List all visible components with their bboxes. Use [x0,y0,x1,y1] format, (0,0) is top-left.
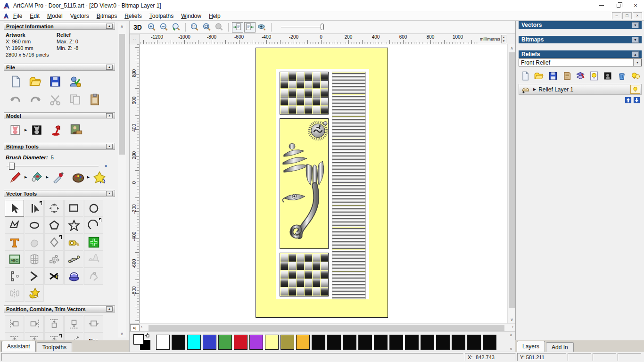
palette-swatch[interactable] [187,335,201,350]
set-model-size-button[interactable] [8,123,23,137]
set-model-size-flyout-icon[interactable]: ▶ [25,128,27,132]
slider-handle[interactable] [9,163,15,170]
tab-toolpaths[interactable]: Toolpaths [37,342,72,352]
pan-mode-button[interactable]: ▸| [130,324,140,331]
palette-swatch[interactable] [358,335,372,350]
create-text-button[interactable] [5,234,24,251]
expand-icon[interactable]: ▼ [632,37,639,43]
create-arc-button[interactable] [84,217,103,234]
palette-swatch[interactable] [172,335,185,350]
section-header-model[interactable]: Model ▲ [4,112,115,119]
select-vectors-button[interactable] [5,200,24,217]
scroll-up-icon[interactable]: ∧ [508,333,514,337]
palette-swatch[interactable] [389,335,403,350]
units-dropdown-icon[interactable]: ▲▼ [501,35,506,43]
nesting-button[interactable]: Nes [84,332,103,340]
palette-swatch[interactable] [249,335,263,350]
section-header-project-information[interactable]: Project Information ▲ [4,23,115,30]
zoom-1-1-button[interactable]: 1:1 [189,22,200,33]
create-rectangle-button[interactable] [64,200,83,217]
collapse-icon[interactable]: ▲ [106,113,113,118]
align-centre-button[interactable] [84,315,103,332]
spin-relief-button[interactable] [64,268,83,285]
section-header-vectors[interactable]: Vectors ▼ [519,21,642,29]
section-header-bitmaps[interactable]: Bitmaps ▼ [519,36,642,43]
minimize-button[interactable] [593,0,610,11]
palette-swatch[interactable] [312,335,325,350]
fit-arcs-button[interactable] [5,268,24,285]
palette-swatch[interactable] [405,335,419,350]
restore-button[interactable] [610,0,627,11]
palette-swatch[interactable] [218,335,232,350]
tab-add-in[interactable]: Add In [546,342,574,352]
scrollbar-thumb[interactable] [149,325,504,331]
palette-swatch[interactable] [467,335,481,350]
free-relief-button[interactable] [84,251,103,268]
block-paste-button[interactable] [44,251,64,268]
scroll-up-icon[interactable]: ∧ [118,23,126,30]
vector-doctor-button[interactable] [25,285,44,302]
canvas-horizontal-scrollbar[interactable]: ▸| ‹ › [130,323,515,331]
palette-swatch[interactable] [421,335,434,350]
scroll-down-icon[interactable]: ∨ [118,330,126,337]
brush-diameter-slider[interactable]: ◆ [7,166,99,166]
transfer-relief-layer-button[interactable] [575,71,586,81]
redo-button[interactable] [28,92,42,107]
expander-icon[interactable]: ▶ [533,87,536,91]
palette-scrollbar[interactable]: ∧∨ [508,333,514,351]
colour-palette-flyout-icon[interactable]: ▶ [87,175,90,179]
palette-swatch[interactable] [343,335,356,350]
section-header-position-combine-trim[interactable]: Position, Combine, Trim Vectors ▲ [4,305,115,313]
canvas-2d-view[interactable] [140,44,507,323]
open-model-button[interactable] [28,74,42,89]
fit-curve-to-points-button[interactable] [64,251,83,268]
units-combo[interactable]: millimetres ▲▼ [479,34,507,44]
primary-colour-swatch[interactable] [133,334,144,345]
palette-swatch[interactable] [374,335,388,350]
flood-fill-flyout-icon[interactable]: ▶ [46,175,48,179]
wrap-text-button[interactable] [25,234,44,251]
collapse-icon[interactable]: ▲ [106,306,113,312]
zoom-fit-button[interactable] [201,22,213,33]
scroll-up-icon[interactable]: ∧ [508,44,516,52]
palette-swatch[interactable] [156,335,170,350]
move-layer-up-button[interactable] [625,97,632,104]
close-button[interactable]: × [627,0,644,11]
expand-icon[interactable]: ▼ [632,22,639,28]
palette-swatch[interactable] [234,335,248,350]
transform-vectors-button[interactable] [44,200,64,217]
add-vectors-button[interactable] [84,234,103,251]
scrollbar-thumb[interactable] [509,52,515,308]
collapse-icon[interactable]: ▲ [106,24,113,29]
palette-swatch[interactable] [281,335,294,350]
scrollbar-thumb[interactable] [119,34,125,155]
toggle-layer-visibility-button[interactable] [589,71,599,81]
scroll-down-icon[interactable]: ∨ [508,347,514,351]
import-relief-button[interactable] [561,71,572,81]
align-left-button[interactable] [5,315,24,332]
menu-toolpaths[interactable]: Toolpaths [146,12,177,20]
tab-layers[interactable]: Layers [517,341,545,352]
paste-along-curve-button[interactable] [64,332,83,340]
save-model-button[interactable] [48,74,62,89]
mdi-restore-button[interactable]: □ [622,12,632,19]
menu-model[interactable]: Model [43,12,66,20]
measure-tool-button[interactable] [64,234,83,251]
show-all-layers-button[interactable] [630,71,641,81]
zoom-previous-button[interactable] [171,22,182,33]
menu-file[interactable]: File [9,12,26,20]
assistant-scrollbar[interactable]: ∧ ∨ [118,23,126,337]
paint-brush-button[interactable] [8,170,23,184]
zoom-in-button[interactable] [146,22,157,33]
new-relief-layer-button[interactable] [520,71,530,81]
layer-visibility-button[interactable] [630,85,640,94]
invert-model-button[interactable] [30,123,44,137]
mirror-vectors-button[interactable] [5,285,24,302]
create-polygon-button[interactable] [44,217,64,234]
create-star-button[interactable] [64,217,83,234]
toggle-vector-layer-button[interactable] [244,22,256,33]
distort-vectors-button[interactable] [25,251,44,268]
palette-swatch[interactable] [265,335,279,350]
join-vectors-button[interactable] [25,268,44,285]
align-top-button[interactable] [44,315,64,332]
